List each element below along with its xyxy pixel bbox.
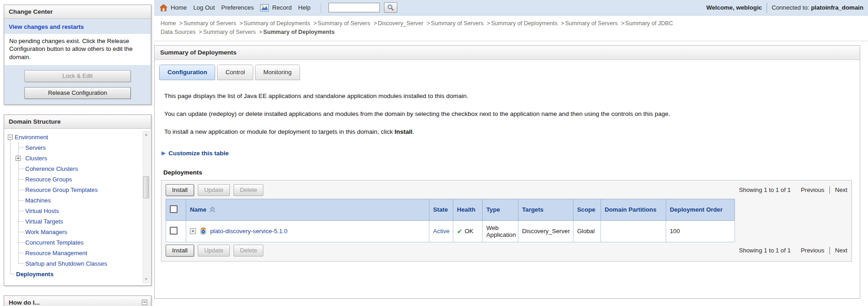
next-link[interactable]: Next xyxy=(835,247,847,254)
breadcrumb-link[interactable]: Discovery_Server xyxy=(378,20,423,27)
breadcrumb-separator: > xyxy=(179,20,183,27)
pagination-top: Showing 1 to 1 of 1 Previous Next xyxy=(739,186,847,194)
home-link[interactable]: Home xyxy=(171,4,187,11)
select-all-checkbox[interactable] xyxy=(170,205,178,213)
breadcrumb-separator: > xyxy=(561,20,564,27)
sidebar: Change Center View changes and restarts … xyxy=(4,5,151,306)
tree-children: Servers+ClustersCoherence ClustersResour… xyxy=(4,142,151,269)
tree-item-coherence-clusters[interactable]: Coherence Clusters xyxy=(4,164,151,174)
record-link[interactable]: Record xyxy=(272,4,292,11)
row-checkbox[interactable] xyxy=(170,227,178,235)
tree-collapse-icon[interactable]: − xyxy=(8,135,13,140)
scroll-down-icon[interactable]: ▼ xyxy=(143,276,149,283)
table-toolbar-top: Install Update Delete Showing 1 to 1 of … xyxy=(166,183,847,197)
breadcrumb-separator: > xyxy=(239,20,243,27)
breadcrumb-bar: Home>Summary of Servers>Summary of Deplo… xyxy=(154,16,868,41)
logout-link[interactable]: Log Out xyxy=(193,4,215,11)
tree-scrollbar[interactable]: ▲ ▼ xyxy=(143,131,150,283)
delete-button[interactable]: Delete xyxy=(234,184,264,196)
search-input[interactable] xyxy=(328,3,380,12)
customize-table-link[interactable]: Customize this table xyxy=(168,150,228,157)
tree-item-resource-groups[interactable]: Resource Groups xyxy=(4,174,151,185)
column-header-health[interactable]: Health xyxy=(453,199,483,220)
tab-control[interactable]: Control xyxy=(217,65,253,80)
breadcrumb-link[interactable]: Summary of Deployments xyxy=(491,20,557,27)
domain-structure-panel: Domain Structure − Environment Servers+C… xyxy=(4,115,151,286)
deployments-table: Name State Health Type Targets xyxy=(166,199,735,242)
tab-monitoring[interactable]: Monitoring xyxy=(255,65,300,80)
targets-value: Discovery_Server xyxy=(518,220,573,242)
page-title: Summary of Deployments xyxy=(155,46,860,60)
install-button-bottom[interactable]: Install xyxy=(166,245,194,257)
breadcrumb-link[interactable]: Home xyxy=(161,20,176,27)
tree-item-machines[interactable]: Machines xyxy=(4,195,151,206)
tree-item-clusters[interactable]: +Clusters xyxy=(4,153,151,164)
tree-item-servers[interactable]: Servers xyxy=(4,142,151,153)
update-button[interactable]: Update xyxy=(198,184,230,196)
update-button-bottom[interactable]: Update xyxy=(198,245,230,257)
next-link[interactable]: Next xyxy=(835,186,847,193)
column-header-targets[interactable]: Targets xyxy=(518,199,573,220)
breadcrumb-link[interactable]: Summary of Servers xyxy=(317,20,370,27)
collapse-panel-icon[interactable]: − xyxy=(142,300,147,305)
tree-item-virtual-hosts[interactable]: Virtual Hosts xyxy=(4,206,151,216)
previous-link[interactable]: Previous xyxy=(801,247,824,254)
breadcrumb-separator: > xyxy=(313,20,317,27)
scroll-up-icon[interactable]: ▲ xyxy=(143,131,149,138)
column-header-type[interactable]: Type xyxy=(483,199,518,220)
tree-item-label: Work Managers xyxy=(25,229,67,235)
row-expand-icon[interactable]: + xyxy=(190,228,196,234)
previous-link[interactable]: Previous xyxy=(801,186,824,193)
breadcrumb-link[interactable]: Summary of Servers xyxy=(431,20,484,27)
breadcrumb-link[interactable]: Summary of Servers xyxy=(565,20,618,27)
intro-paragraph-3: To install a new application or module f… xyxy=(164,128,851,135)
change-center-panel: Change Center View changes and restarts … xyxy=(4,5,151,105)
breadcrumb-current: Summary of Deployments xyxy=(263,29,334,35)
breadcrumb-link[interactable]: Summary of Servers xyxy=(184,20,236,27)
install-button[interactable]: Install xyxy=(166,184,194,196)
column-header-name[interactable]: Name xyxy=(190,206,206,213)
lock-edit-button[interactable]: Lock & Edit xyxy=(24,70,131,82)
tree-item-environment[interactable]: − Environment xyxy=(4,132,151,142)
tree-item-virtual-targets[interactable]: Virtual Targets xyxy=(4,216,151,227)
domain-tree: − Environment Servers+ClustersCoherence … xyxy=(4,129,151,285)
breadcrumb-link[interactable]: Summary of Servers xyxy=(203,29,256,35)
search-button[interactable] xyxy=(384,2,397,13)
column-header-domain-partitions[interactable]: Domain Partitions xyxy=(601,199,666,220)
domain-structure-body: − Environment Servers+ClustersCoherence … xyxy=(4,129,151,285)
tree-item-label: Resource Group Templates xyxy=(25,186,98,193)
tree-item-label: Startup and Shutdown Classes xyxy=(25,260,107,267)
breadcrumb-separator: > xyxy=(199,29,202,35)
column-header-state[interactable]: State xyxy=(429,199,453,220)
tree-item-resource-management[interactable]: Resource Management xyxy=(4,248,151,258)
expand-arrow-icon[interactable]: ▶ xyxy=(161,150,166,156)
tree-expand-icon[interactable]: + xyxy=(16,156,21,161)
preferences-link[interactable]: Preferences xyxy=(221,4,254,11)
help-link[interactable]: Help xyxy=(298,4,311,11)
tree-item-label: Virtual Targets xyxy=(25,218,63,225)
tree-item-work-managers[interactable]: Work Managers xyxy=(4,227,151,237)
welcome-divider xyxy=(767,3,767,13)
tree-item-startup-and-shutdown-classes[interactable]: Startup and Shutdown Classes xyxy=(4,258,151,269)
toolbar-divider xyxy=(321,3,321,13)
tree-item-label: Coherence Clusters xyxy=(25,165,78,172)
release-configuration-button[interactable]: Release Configuration xyxy=(24,87,131,99)
view-changes-link[interactable]: View changes and restarts xyxy=(9,23,84,30)
breadcrumb: Home>Summary of Servers>Summary of Deplo… xyxy=(161,19,674,37)
sort-ascending-icon[interactable] xyxy=(209,207,216,213)
pagination-summary: Showing 1 to 1 of 1 xyxy=(739,186,791,193)
state-value[interactable]: Active xyxy=(433,228,450,235)
deployment-name-link[interactable]: plato-discovery-service-5.1.0 xyxy=(210,228,288,235)
change-center-body: View changes and restarts No pending cha… xyxy=(4,19,151,104)
tab-configuration[interactable]: Configuration xyxy=(159,65,215,80)
scrollbar-thumb[interactable] xyxy=(143,176,149,198)
column-header-scope[interactable]: Scope xyxy=(573,199,601,220)
breadcrumb-link[interactable]: Summary of Deployments xyxy=(244,20,310,27)
tree-item-resource-group-templates[interactable]: Resource Group Templates xyxy=(4,185,151,195)
delete-button-bottom[interactable]: Delete xyxy=(234,245,264,257)
tree-item-concurrent-templates[interactable]: Concurrent Templates xyxy=(4,237,151,248)
change-center-title: Change Center xyxy=(4,5,151,19)
column-header-deployment-order[interactable]: Deployment Order xyxy=(666,199,735,220)
tree-item-deployments[interactable]: Deployments xyxy=(4,269,151,279)
tree-item-label[interactable]: Environment xyxy=(15,134,48,141)
